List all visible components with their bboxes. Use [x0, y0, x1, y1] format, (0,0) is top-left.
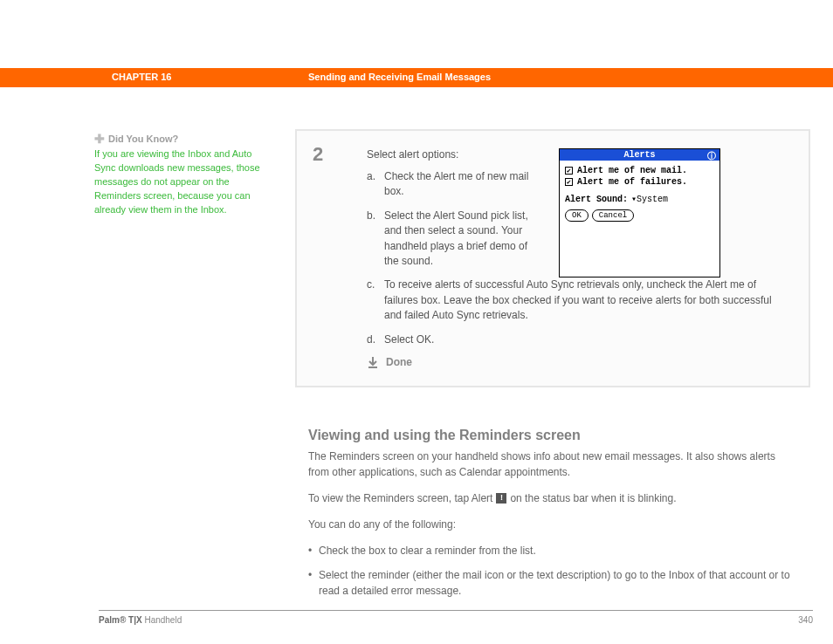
- alerts-dialog-mockup: Alerts ⓘ ✔ Alert me of new mail. ✔ Alert…: [559, 148, 720, 277]
- done-arrow-icon: [367, 356, 379, 368]
- step-item: b. Select the Alert Sound pick list, and…: [367, 209, 541, 270]
- dialog-title: Alerts: [623, 150, 655, 160]
- section-body: Viewing and using the Reminders screen T…: [308, 428, 797, 607]
- step-item-label: c.: [367, 277, 384, 323]
- did-you-know-heading: Did You Know?: [108, 134, 178, 144]
- section-paragraph: The Reminders screen on your handheld sh…: [308, 449, 797, 480]
- step-item-label: b.: [367, 209, 384, 270]
- info-icon: ⓘ: [707, 150, 716, 162]
- step-item-text: Select OK.: [384, 332, 791, 347]
- section-heading: Viewing and using the Reminders screen: [308, 428, 797, 443]
- alert-status-icon: !: [496, 493, 506, 504]
- step-list-bottom: c. To receive alerts of successful Auto …: [367, 277, 791, 347]
- checkbox-row: ✔ Alert me of new mail.: [565, 166, 714, 175]
- product-bold: Palm® T|X: [99, 615, 142, 625]
- footer: Palm® T|X Handheld 340: [99, 610, 813, 625]
- done-row: Done: [367, 356, 791, 368]
- chapter-label: CHAPTER 16: [112, 72, 171, 82]
- chapter-title: Sending and Receiving Email Messages: [308, 72, 491, 82]
- checkbox-row: ✔ Alert me of failures.: [565, 177, 714, 187]
- header-bar: CHAPTER 16 Sending and Receiving Email M…: [0, 68, 833, 87]
- bullet-item: Select the reminder (either the mail ico…: [308, 567, 797, 599]
- did-you-know-body: If you are viewing the Inbox and Auto Sy…: [94, 147, 269, 217]
- did-you-know-sidebar: ✚Did You Know? If you are viewing the In…: [94, 130, 269, 217]
- cancel-button: Cancel: [592, 209, 634, 222]
- checkbox-label: Alert me of failures.: [577, 177, 687, 187]
- step-number: 2: [297, 131, 349, 166]
- paragraph-text: To view the Reminders screen, tap Alert: [308, 490, 492, 506]
- step-item: d. Select OK.: [367, 332, 791, 347]
- product-name: Palm® T|X Handheld: [99, 615, 182, 625]
- checkbox-label: Alert me of new mail.: [577, 166, 687, 175]
- sound-picklist-row: Alert Sound: ▾ System: [565, 194, 714, 204]
- done-label: Done: [386, 356, 412, 368]
- step-list-top: a. Check the Alert me of new mail box. b…: [367, 169, 541, 269]
- sound-label: Alert Sound:: [565, 195, 628, 204]
- step-item-text: Check the Alert me of new mail box.: [384, 169, 541, 200]
- step-item: a. Check the Alert me of new mail box.: [367, 169, 541, 200]
- paragraph-text: on the status bar when it is blinking.: [510, 490, 676, 506]
- product-rest: Handheld: [142, 615, 182, 625]
- section-paragraph: You can do any of the following:: [308, 517, 797, 532]
- checkbox-checked-icon: ✔: [565, 178, 573, 186]
- sound-value: System: [637, 195, 668, 204]
- bullet-item: Check the box to clear a reminder from t…: [308, 543, 797, 558]
- step-box: 2 Select alert options: a. Check the Ale…: [295, 129, 810, 387]
- checkbox-checked-icon: ✔: [565, 167, 573, 175]
- section-paragraph-with-icon: To view the Reminders screen, tap Alert …: [308, 490, 797, 506]
- dialog-title-bar: Alerts ⓘ: [560, 149, 719, 161]
- step-item-text: Select the Alert Sound pick list, and th…: [384, 209, 541, 270]
- step-item: c. To receive alerts of successful Auto …: [367, 277, 791, 323]
- ok-button: OK: [565, 209, 589, 222]
- page: CHAPTER 16 Sending and Receiving Email M…: [0, 0, 833, 644]
- page-number: 340: [798, 615, 813, 625]
- step-item-label: a.: [367, 169, 384, 200]
- step-item-label: d.: [367, 332, 384, 347]
- step-intro: Select alert options:: [367, 148, 541, 161]
- plus-icon: ✚: [94, 132, 105, 146]
- bullet-list: Check the box to clear a reminder from t…: [308, 543, 797, 599]
- step-item-text: To receive alerts of successful Auto Syn…: [384, 277, 791, 323]
